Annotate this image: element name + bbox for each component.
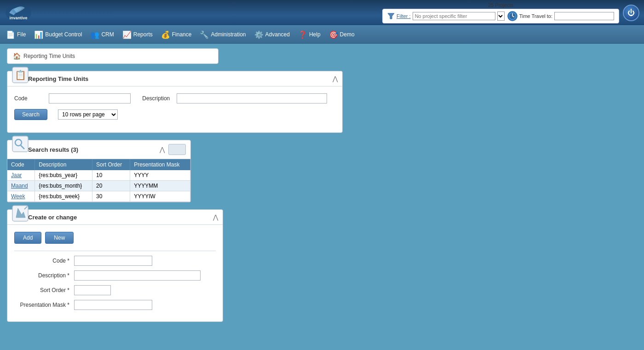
nav-label-file: File — [17, 31, 26, 38]
rows-per-page-select[interactable]: 5 rows per page 10 rows per page 25 rows… — [58, 109, 118, 120]
create-code-label: Code * — [14, 258, 74, 264]
cell-code: Week — [7, 191, 35, 202]
time-travel-input[interactable] — [554, 12, 614, 20]
crm-icon: 👥 — [90, 30, 99, 39]
table-row: Jaar {res:bubs_year} 10 YYYY — [7, 170, 190, 181]
create-sort-input[interactable] — [74, 285, 111, 295]
description-label: Description — [142, 95, 170, 102]
projects-count: 25 Projects — [488, 2, 513, 8]
cell-code: Jaar — [7, 170, 35, 181]
nav-label-reports: Reports — [133, 31, 153, 38]
search-panel: Reporting Time Units ⋀ Code Description … — [7, 71, 343, 133]
breadcrumb-page-title: Reporting Time Units — [23, 53, 75, 59]
col-sort-order[interactable]: Sort Order — [92, 159, 130, 170]
filter-section: Filter : ▼ — [387, 11, 505, 21]
filter-link[interactable]: Filter : — [397, 13, 411, 19]
cell-mask: YYYY — [130, 170, 190, 181]
svg-rect-9 — [12, 136, 28, 152]
create-panel: Create or change ⋀ Add New Code * Descri… — [7, 209, 223, 322]
create-panel-icon — [12, 205, 29, 222]
svg-text:invantive: invantive — [9, 16, 27, 20]
search-panel-wrapper: 📋 Reporting Time Units ⋀ Code Descriptio… — [7, 71, 343, 133]
cell-mask: YYYYIW — [130, 191, 190, 202]
search-panel-collapse-btn[interactable]: ⋀ — [333, 75, 338, 82]
nav-label-help: Help — [309, 31, 321, 38]
nav-item-help[interactable]: ❓ Help — [294, 29, 324, 41]
create-panel-collapse-btn[interactable]: ⋀ — [213, 213, 218, 221]
code-link[interactable]: Week — [11, 193, 25, 200]
search-panel-icon: 📋 — [12, 66, 29, 84]
results-panel: Search results (3) ⋀ Code Description So… — [7, 140, 191, 202]
description-input[interactable] — [177, 93, 327, 103]
nav-item-advanced[interactable]: ⚙️ Advanced — [251, 29, 293, 41]
divider — [14, 251, 216, 251]
budget-icon: 📊 — [34, 30, 43, 39]
create-sort-row: Sort Order * — [14, 285, 216, 295]
create-panel-icon-wrapper — [12, 205, 29, 222]
create-mask-input[interactable] — [74, 300, 152, 310]
col-description[interactable]: Description — [35, 159, 92, 170]
nav-label-crm: CRM — [101, 31, 114, 38]
cell-description: {res:bubs_year} — [35, 170, 92, 181]
col-code[interactable]: Code — [7, 159, 35, 170]
nav-label-budget: Budget Control — [45, 31, 82, 38]
create-code-row: Code * — [14, 256, 216, 266]
create-desc-input[interactable] — [74, 270, 201, 281]
results-panel-icon-wrapper — [12, 135, 29, 153]
content-area: 🏠 Reporting Time Units 📋 Reporting Time … — [0, 44, 644, 333]
administration-icon: 🔧 — [200, 30, 209, 39]
filter-icon — [387, 12, 395, 20]
search-panel-body: Code Description Search 5 rows per page … — [7, 86, 334, 132]
results-panel-title: Search results (3) — [28, 146, 78, 153]
nav-item-reports[interactable]: 📈 Reports — [119, 29, 156, 41]
create-desc-label: Description * — [14, 272, 74, 279]
add-button[interactable]: Add — [14, 232, 41, 244]
create-panel-header: Create or change ⋀ — [7, 210, 223, 225]
reports-icon: 📈 — [122, 30, 132, 39]
nav-item-finance[interactable]: 💰 Finance — [157, 29, 196, 41]
nav-label-finance: Finance — [172, 31, 192, 38]
create-panel-title: Create or change — [28, 214, 77, 221]
create-code-input[interactable] — [74, 256, 152, 266]
results-panel-icon — [12, 135, 29, 153]
cell-sort-order: 10 — [92, 170, 130, 181]
search-button[interactable]: Search — [14, 109, 47, 120]
search-panel-title: Reporting Time Units — [28, 75, 88, 82]
filter-input[interactable] — [413, 12, 495, 20]
cell-sort-order: 20 — [92, 181, 130, 191]
time-travel-icon — [507, 11, 518, 21]
code-link[interactable]: Jaar — [11, 172, 22, 178]
svg-text:📋: 📋 — [15, 69, 26, 80]
nav-item-demo[interactable]: 🎯 Demo — [325, 29, 358, 41]
filter-dropdown[interactable]: ▼ — [497, 11, 505, 21]
cell-description: {res:bubs_month} — [35, 181, 92, 191]
time-travel-label: Time Travel to: — [519, 13, 552, 19]
demo-icon: 🎯 — [329, 30, 338, 39]
results-panel-action-btn[interactable] — [168, 144, 186, 155]
home-icon[interactable]: 🏠 — [13, 52, 21, 60]
create-panel-wrapper: Create or change ⋀ Add New Code * Descri… — [7, 209, 223, 322]
top-right-controls: 25 Projects Filter : ▼ — [382, 2, 639, 23]
power-button[interactable]: ⏻ — [623, 5, 639, 21]
logo-area: invantive — [5, 4, 34, 22]
cell-code: Maand — [7, 181, 35, 191]
create-desc-row: Description * — [14, 270, 216, 281]
projects-container: 25 Projects Filter : ▼ — [382, 2, 619, 23]
new-button[interactable]: New — [45, 232, 74, 244]
nav-label-demo: Demo — [340, 31, 355, 38]
nav-item-file[interactable]: 📄 File — [2, 29, 29, 41]
nav-item-budget-control[interactable]: 📊 Budget Control — [30, 29, 86, 41]
code-link[interactable]: Maand — [11, 183, 28, 189]
col-mask[interactable]: Presentation Mask — [130, 159, 190, 170]
advanced-icon: ⚙️ — [254, 30, 264, 39]
nav-label-advanced: Advanced — [265, 31, 290, 38]
search-panel-icon-wrapper: 📋 — [12, 66, 29, 84]
results-panel-collapse-btn[interactable]: ⋀ — [160, 146, 165, 153]
results-panel-wrapper: Search results (3) ⋀ Code Description So… — [7, 140, 191, 202]
nav-item-crm[interactable]: 👥 CRM — [86, 29, 117, 41]
nav-item-administration[interactable]: 🔧 Administration — [196, 29, 249, 41]
code-label: Code — [14, 95, 42, 102]
code-input[interactable] — [49, 93, 131, 103]
table-row: Week {res:bubs_week} 30 YYYYIW — [7, 191, 190, 202]
svg-marker-2 — [388, 13, 394, 19]
